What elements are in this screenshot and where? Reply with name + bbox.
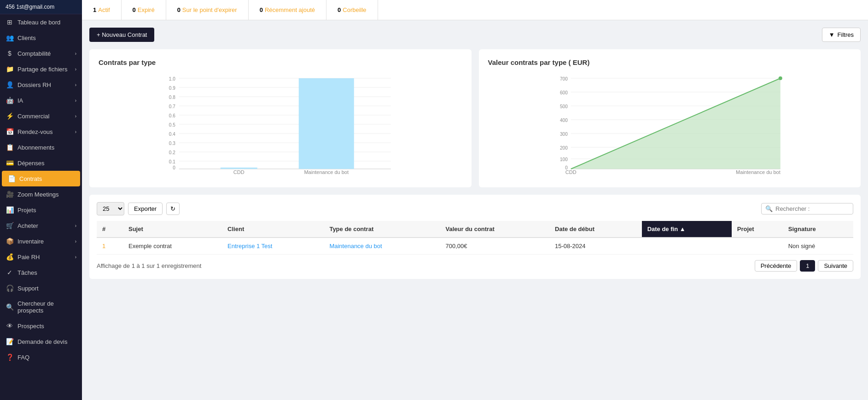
sidebar-label-demande-devis: Demande de devis	[17, 338, 67, 345]
filter-label-expire: Expiré	[138, 6, 155, 13]
sidebar-item-inventaire[interactable]: 📦 Inventaire ›	[0, 233, 82, 249]
cell-type: Maintenance du bot	[324, 238, 440, 255]
sidebar-label-inventaire: Inventaire	[17, 238, 44, 245]
sidebar-item-faq[interactable]: ❓ FAQ	[0, 349, 82, 365]
sort-icon: ▲	[680, 226, 686, 232]
support-icon: 🎧	[6, 284, 14, 292]
export-button[interactable]: Exporter	[128, 203, 163, 215]
filter-count-recemment-ajoute: 0	[260, 6, 263, 13]
sidebar-item-prospects[interactable]: 👁 Prospects	[0, 318, 82, 334]
sidebar-item-chercheur-prospects[interactable]: 🔍 Chercheur de prospects	[0, 296, 82, 318]
new-contract-button[interactable]: + Nouveau Contrat	[89, 28, 154, 42]
sidebar-item-depenses[interactable]: 💳 Dépenses	[0, 155, 82, 171]
sidebar-item-clients[interactable]: 👥 Clients	[0, 30, 82, 46]
sidebar-item-projets[interactable]: 📊 Projets	[0, 202, 82, 218]
svg-text:600: 600	[560, 90, 568, 95]
col-projet: Projet	[732, 221, 783, 238]
cell-sujet: Exemple contrat	[123, 238, 222, 255]
chevron-icon: ›	[75, 67, 76, 72]
col-type: Type de contrat	[324, 221, 440, 238]
sidebar-item-tableau-de-bord[interactable]: ⊞ Tableau de bord	[0, 14, 82, 30]
sidebar-item-contrats[interactable]: 📄 Contrats	[2, 171, 80, 186]
per-page-select[interactable]: 25 50 100	[97, 202, 124, 215]
sidebar-label-faq: FAQ	[17, 354, 29, 361]
sidebar-label-contrats: Contrats	[19, 175, 42, 182]
sidebar-item-paie-rh[interactable]: 💰 Paie RH ›	[0, 249, 82, 265]
svg-text:700: 700	[560, 76, 568, 81]
col-date-fin[interactable]: Date de fin ▲	[642, 221, 732, 238]
svg-text:0.3: 0.3	[169, 141, 175, 146]
chevron-icon: ›	[75, 223, 76, 228]
next-button[interactable]: Suivante	[818, 260, 853, 272]
sidebar-label-support: Support	[17, 285, 39, 292]
chevron-icon: ›	[75, 114, 76, 119]
sidebar-item-partage-fichiers[interactable]: 📁 Partage de fichiers ›	[0, 61, 82, 77]
sidebar-item-dossiers-rh[interactable]: 👤 Dossiers RH ›	[0, 77, 82, 93]
svg-text:0.7: 0.7	[169, 104, 175, 109]
table-header: # Sujet Client Type de contrat Valeur du…	[97, 221, 853, 238]
cell-date-debut: 15-08-2024	[549, 238, 642, 255]
search-input[interactable]	[775, 205, 849, 212]
cell-num: 1	[97, 238, 123, 255]
zoom-meetings-icon: 🎥	[6, 191, 14, 198]
sidebar-item-comptabilite[interactable]: $ Comptabilité ›	[0, 46, 82, 61]
cell-valeur: 700,00€	[440, 238, 550, 255]
content-area: + Nouveau Contrat ▼ Filtres Contrats par…	[82, 20, 868, 400]
abonnements-icon: 📋	[6, 144, 14, 151]
sidebar-item-rendez-vous[interactable]: 📅 Rendez-vous ›	[0, 124, 82, 139]
svg-text:0.1: 0.1	[169, 159, 175, 164]
col-num: #	[97, 221, 123, 238]
sidebar-label-zoom-meetings: Zoom Meetings	[17, 191, 59, 198]
svg-text:0.6: 0.6	[169, 113, 175, 118]
svg-text:0.9: 0.9	[169, 86, 175, 91]
previous-button[interactable]: Précédente	[755, 260, 798, 272]
sidebar-item-support[interactable]: 🎧 Support	[0, 280, 82, 296]
chevron-icon: ›	[75, 255, 76, 260]
sidebar-item-taches[interactable]: ✓ Tâches	[0, 265, 82, 280]
search-icon: 🔍	[765, 205, 773, 212]
svg-text:Maintenance du bot: Maintenance du bot	[736, 169, 781, 175]
filter-tab-sur-le-point[interactable]: 0Sur le point d'expirer	[166, 0, 249, 20]
svg-text:0: 0	[173, 165, 175, 170]
col-sujet: Sujet	[123, 221, 222, 238]
inventaire-icon: 📦	[6, 238, 14, 245]
sidebar-item-zoom-meetings[interactable]: 🎥 Zoom Meetings	[0, 186, 82, 202]
svg-text:300: 300	[560, 132, 568, 137]
filters-button[interactable]: ▼ Filtres	[822, 28, 861, 42]
cell-projet	[732, 238, 783, 255]
filter-count-corbeille: 0	[338, 6, 341, 13]
page-1-button[interactable]: 1	[800, 260, 815, 272]
sidebar-item-commercial[interactable]: ⚡ Commercial ›	[0, 108, 82, 124]
sidebar: 456 1st@gmail.com ⊞ Tableau de bord 👥 Cl…	[0, 0, 82, 400]
sidebar-item-demande-devis[interactable]: 📝 Demande de devis	[0, 334, 82, 349]
sidebar-item-abonnements[interactable]: 📋 Abonnements	[0, 139, 82, 155]
sidebar-label-abonnements: Abonnements	[17, 144, 54, 151]
svg-text:Maintenance du bot: Maintenance du bot	[304, 169, 349, 175]
chercheur-prospects-icon: 🔍	[6, 303, 14, 311]
filter-bar: 1Actif0Expiré0Sur le point d'expirer0Réc…	[82, 0, 868, 20]
filter-count-sur-le-point: 0	[177, 6, 181, 13]
bar-chart-card: Contrats par type 1.0 0.9 0.8 0.7 0.6 0.…	[89, 49, 472, 187]
area-chart-title: Valeur contrats par type ( EUR)	[488, 58, 852, 66]
main-content: 1Actif0Expiré0Sur le point d'expirer0Réc…	[82, 0, 868, 400]
filter-tab-actif[interactable]: 1Actif	[82, 0, 122, 20]
sidebar-label-rendez-vous: Rendez-vous	[17, 128, 53, 135]
svg-text:100: 100	[560, 157, 568, 162]
svg-text:0.8: 0.8	[169, 95, 175, 100]
sidebar-item-ia[interactable]: 🤖 IA ›	[0, 93, 82, 108]
sidebar-label-ia: IA	[17, 97, 23, 104]
sidebar-item-acheter[interactable]: 🛒 Acheter ›	[0, 218, 82, 233]
area-chart-svg: 700 600 500 400 300 200 100 0	[488, 74, 852, 175]
pagination-info: Affichage de 1 à 1 sur 1 enregistrement	[97, 262, 201, 269]
sidebar-label-commercial: Commercial	[17, 113, 49, 120]
filter-tab-corbeille[interactable]: 0Corbeille	[326, 0, 378, 20]
action-bar: + Nouveau Contrat ▼ Filtres	[89, 28, 861, 42]
refresh-button[interactable]: ↻	[166, 203, 180, 215]
filter-tab-expire[interactable]: 0Expiré	[122, 0, 166, 20]
filter-tab-recemment-ajoute[interactable]: 0Récemment ajouté	[249, 0, 326, 20]
pagination-buttons: Précédente 1 Suivante	[755, 260, 853, 272]
cell-date-fin	[642, 238, 732, 255]
sidebar-label-clients: Clients	[17, 35, 36, 41]
col-client: Client	[222, 221, 324, 238]
filter-label-sur-le-point: Sur le point d'expirer	[182, 6, 237, 13]
